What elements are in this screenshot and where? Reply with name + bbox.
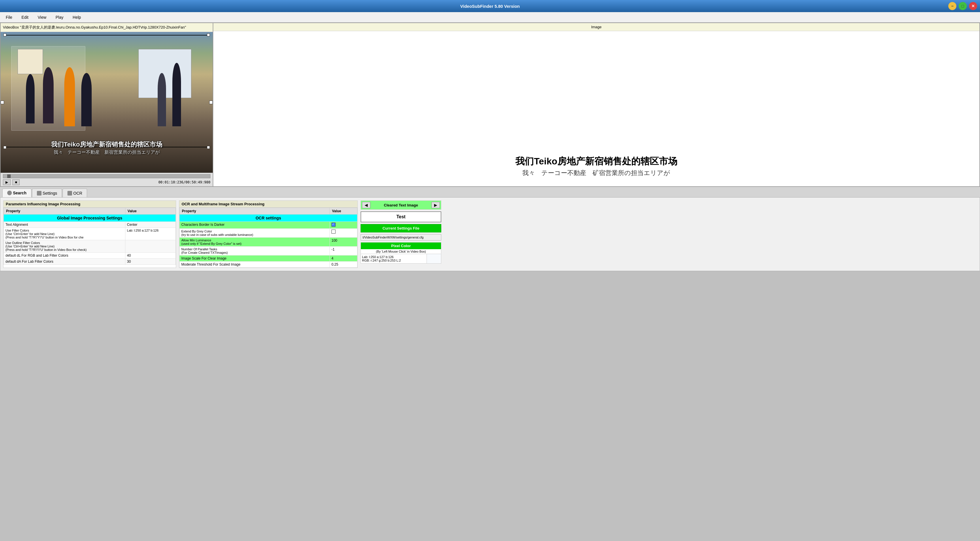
cleared-text-bar: ◀ Cleared Text Image ▶ (361, 200, 441, 210)
pixel-color-values: Lab: l:250 a:127 b:126 RGB: r:247 g:250 … (361, 254, 441, 263)
left-col-value: Value (125, 208, 175, 215)
close-button[interactable]: ✕ (969, 2, 977, 10)
prop-image-scale: Image Scale For Clear Image (180, 255, 330, 262)
pixel-lab-rgb: Lab: l:250 a:127 b:126 RGB: r:247 g:250 … (361, 254, 426, 263)
checkbox-extend-grey[interactable] (331, 230, 336, 234)
title-bar: VideoSubFinder 5.80 Version − □ ✕ (0, 0, 980, 12)
val-border-darker[interactable] (330, 222, 357, 229)
app-title: VideoSubFinder 5.80 Version (460, 4, 520, 9)
image-subtitle-sub: 我々 テーコー不動産 矿宿営業所の担当エリアが (515, 168, 677, 178)
video-subtitle-main: 我们Teiko房地产新宿销售处的辖区市场 (1, 140, 213, 149)
table-row: Allow Min Luminance (used only if "Exten… (180, 238, 357, 247)
table-row: Image Scale For Clear Image 4 (180, 255, 357, 262)
global-image-header: Global Image Processing Settings (4, 215, 175, 222)
prop-border-darker: Characters Border Is Darker (180, 222, 330, 229)
timeline-bar[interactable] (3, 174, 210, 178)
cleared-next-button[interactable]: ▶ (431, 202, 440, 208)
tab-bar: Search Settings OCR (0, 187, 980, 197)
table-row: Use Outline Filter Colors (Use 'Ctrl+Ent… (4, 240, 176, 253)
val-text-alignment[interactable]: Center (125, 222, 175, 228)
table-row: Extend By Grey Color (try to use in case… (180, 229, 357, 238)
checkbox-border-darker[interactable] (331, 223, 336, 227)
bottom-panel: Search Settings OCR Parameters Influenci… (0, 187, 980, 271)
val-dl-rgb[interactable]: 40 (125, 253, 175, 259)
prop-moderate-threshold: Moderate Threshold For Scaled Image (180, 262, 330, 268)
table-row: Text Alignment Center (4, 222, 176, 228)
menu-help[interactable]: Help (68, 14, 86, 21)
image-subtitle-main: 我们Teiko房地产新宿销售处的辖区市场 (515, 154, 677, 168)
pixel-rgb-value: RGB: r:247 g:250 b:253 L:2 (362, 259, 425, 262)
menu-file[interactable]: File (1, 14, 17, 21)
time-display: 00:01:10:236/00:50:49:980 (158, 180, 210, 184)
val-allow-min-lum[interactable]: 100 (330, 238, 357, 247)
image-panel: Image 我们Teiko房地产新宿销售处的辖区市场 我々 テーコー不動産 矿宿… (213, 22, 980, 187)
tab-ocr[interactable]: OCR (62, 188, 87, 197)
title-bar-controls: − □ ✕ (948, 2, 977, 10)
video-subtitle-sub: 我々 テーコー不動産 新宿営業所の担当エリアが (1, 149, 213, 155)
tab-settings[interactable]: Settings (32, 188, 62, 197)
ocr-icon (67, 191, 72, 196)
menu-play[interactable]: Play (51, 14, 68, 21)
menu-bar: File Edit View Play Help (0, 12, 980, 22)
minimize-button[interactable]: − (948, 2, 956, 10)
tab-content: Parameters Influencing Image Processing … (0, 197, 980, 271)
prop-text-alignment: Text Alignment (4, 222, 126, 228)
video-subtitle-overlay: 我们Teiko房地产新宿销售处的辖区市场 我々 テーコー不動産 新宿営業所の担当… (1, 140, 213, 155)
menu-edit[interactable]: Edit (17, 14, 33, 21)
val-outline-colors[interactable] (125, 240, 175, 253)
cleared-prev-button[interactable]: ◀ (362, 202, 371, 208)
middle-settings-panel: OCR and Multiframe Image Stream Processi… (179, 200, 358, 268)
image-subtitle-container: 我们Teiko房地产新宿销售处的辖区市场 我々 テーコー不動産 矿宿営業所の担当… (512, 152, 680, 180)
table-row: Use Filter Colors (Use 'Ctrl+Enter' for … (4, 228, 176, 240)
menu-view[interactable]: View (33, 14, 51, 21)
val-da-lab[interactable]: 30 (125, 259, 175, 265)
pixel-color-section: Pixel Color (By 'Left Mouse Click' in Vi… (361, 242, 441, 263)
tab-ocr-label: OCR (73, 191, 82, 196)
cleared-text-label: Cleared Text Image (372, 203, 430, 207)
left-panel-header: Parameters Influencing Image Processing (3, 201, 176, 207)
table-row: Characters Border Is Darker (180, 222, 357, 229)
play-button[interactable]: ▶ (3, 179, 11, 185)
main-content: VideoBox "卖房子的女人的逆袭.Ieuru.Onna.no.Gyakus… (0, 22, 980, 187)
left-settings-table: Property Value Global Image Processing S… (3, 207, 176, 265)
prop-outline-colors: Use Outline Filter Colors (Use 'Ctrl+Ent… (4, 240, 126, 253)
prop-dl-rgb: default dL For RGB and Lab Filter Colors (4, 253, 126, 259)
tab-search[interactable]: Search (2, 188, 32, 197)
prop-filter-colors: Use Filter Colors (Use 'Ctrl+Enter' for … (4, 228, 126, 240)
timeline-thumb (7, 174, 11, 178)
video-title: VideoBox "卖房子的女人的逆袭.Ieuru.Onna.no.Gyakus… (1, 23, 213, 32)
prop-extend-grey: Extend By Grey Color (try to use in case… (180, 229, 330, 238)
val-parallel-tasks[interactable]: -1 (330, 247, 357, 255)
prop-parallel-tasks: Number Of Parallel Tasks (For Create Cle… (180, 247, 330, 255)
mid-col-property: Property (180, 208, 330, 215)
settings-icon (37, 191, 41, 196)
left-settings-panel: Parameters Influencing Image Processing … (3, 200, 176, 268)
middle-settings-table: Property Value OCR settings Characters B… (179, 207, 357, 268)
test-button[interactable]: Test (361, 211, 441, 222)
stop-button[interactable]: ■ (13, 179, 20, 185)
mid-col-value: Value (330, 208, 357, 215)
video-frame[interactable]: 我们Teiko房地产新宿销售处的辖区市场 我々 テーコー不動産 新宿営業所の担当… (1, 32, 213, 173)
video-scene: 我们Teiko房地产新宿销售处的辖区市场 我々 テーコー不動産 新宿営業所の担当… (1, 32, 213, 173)
val-filter-colors[interactable]: Lab: l:250 a:127 b:126 (125, 228, 175, 240)
pixel-color-header: Pixel Color (361, 243, 441, 249)
table-row: default dA For Lab Filter Colors 30 (4, 259, 176, 265)
current-settings-file-button[interactable]: Current Settings File (361, 224, 441, 233)
prop-da-lab: default dA For Lab Filter Colors (4, 259, 126, 265)
image-display: 我们Teiko房地产新宿销售处的辖区市场 我々 テーコー不動産 矿宿営業所の担当… (213, 31, 979, 186)
search-icon (7, 191, 12, 195)
pixel-color-swatch (426, 254, 441, 263)
pixel-color-sub: (By 'Left Mouse Click' in Video Box) (361, 249, 441, 254)
maximize-button[interactable]: □ (959, 2, 967, 10)
middle-panel-header: OCR and Multiframe Image Stream Processi… (179, 201, 357, 207)
val-image-scale[interactable]: 4 (330, 255, 357, 262)
video-controls: ▶ ■ 00:01:10:236/00:50:49:980 (1, 173, 213, 186)
tab-settings-label: Settings (43, 191, 57, 196)
control-buttons: ▶ ■ 00:01:10:236/00:50:49:980 (3, 179, 210, 185)
global-image-header-row: Global Image Processing Settings (4, 215, 176, 222)
val-moderate-threshold[interactable]: 0.25 (330, 262, 357, 268)
settings-file-path[interactable]: t/VideoSubFinderWXW/settings/general.cfg (361, 234, 441, 241)
right-panel: ◀ Cleared Text Image ▶ Test Current Sett… (361, 200, 441, 268)
tab-search-label: Search (13, 191, 27, 195)
val-extend-grey[interactable] (330, 229, 357, 238)
